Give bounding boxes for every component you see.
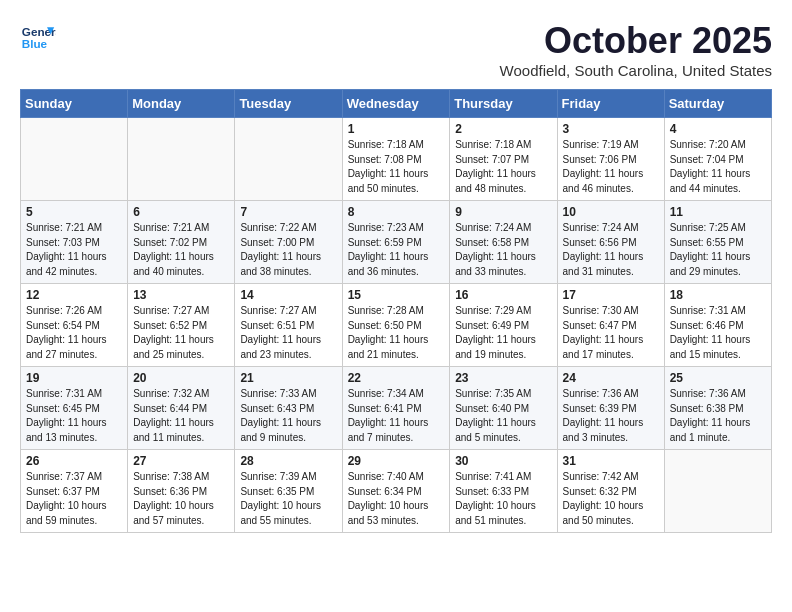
day-number: 22 <box>348 371 445 385</box>
day-info: Sunrise: 7:30 AM Sunset: 6:47 PM Dayligh… <box>563 304 659 362</box>
calendar-week-row: 26Sunrise: 7:37 AM Sunset: 6:37 PM Dayli… <box>21 450 772 533</box>
day-info: Sunrise: 7:34 AM Sunset: 6:41 PM Dayligh… <box>348 387 445 445</box>
calendar-cell: 18Sunrise: 7:31 AM Sunset: 6:46 PM Dayli… <box>664 284 771 367</box>
day-number: 29 <box>348 454 445 468</box>
calendar-cell: 4Sunrise: 7:20 AM Sunset: 7:04 PM Daylig… <box>664 118 771 201</box>
day-info: Sunrise: 7:18 AM Sunset: 7:07 PM Dayligh… <box>455 138 551 196</box>
calendar-cell: 20Sunrise: 7:32 AM Sunset: 6:44 PM Dayli… <box>128 367 235 450</box>
day-info: Sunrise: 7:25 AM Sunset: 6:55 PM Dayligh… <box>670 221 766 279</box>
calendar-week-row: 5Sunrise: 7:21 AM Sunset: 7:03 PM Daylig… <box>21 201 772 284</box>
day-info: Sunrise: 7:39 AM Sunset: 6:35 PM Dayligh… <box>240 470 336 528</box>
month-title: October 2025 <box>500 20 772 62</box>
calendar-cell: 25Sunrise: 7:36 AM Sunset: 6:38 PM Dayli… <box>664 367 771 450</box>
calendar-cell <box>235 118 342 201</box>
day-info: Sunrise: 7:24 AM Sunset: 6:58 PM Dayligh… <box>455 221 551 279</box>
calendar-week-row: 12Sunrise: 7:26 AM Sunset: 6:54 PM Dayli… <box>21 284 772 367</box>
day-info: Sunrise: 7:40 AM Sunset: 6:34 PM Dayligh… <box>348 470 445 528</box>
day-info: Sunrise: 7:33 AM Sunset: 6:43 PM Dayligh… <box>240 387 336 445</box>
day-number: 5 <box>26 205 122 219</box>
logo-icon: General Blue <box>20 20 56 56</box>
day-number: 12 <box>26 288 122 302</box>
page-header: General Blue October 2025 Woodfield, Sou… <box>20 20 772 79</box>
day-number: 27 <box>133 454 229 468</box>
calendar-cell: 31Sunrise: 7:42 AM Sunset: 6:32 PM Dayli… <box>557 450 664 533</box>
day-info: Sunrise: 7:41 AM Sunset: 6:33 PM Dayligh… <box>455 470 551 528</box>
calendar-cell: 17Sunrise: 7:30 AM Sunset: 6:47 PM Dayli… <box>557 284 664 367</box>
calendar-cell: 3Sunrise: 7:19 AM Sunset: 7:06 PM Daylig… <box>557 118 664 201</box>
day-info: Sunrise: 7:20 AM Sunset: 7:04 PM Dayligh… <box>670 138 766 196</box>
day-number: 17 <box>563 288 659 302</box>
day-info: Sunrise: 7:36 AM Sunset: 6:39 PM Dayligh… <box>563 387 659 445</box>
day-number: 1 <box>348 122 445 136</box>
weekday-header-sunday: Sunday <box>21 90 128 118</box>
day-info: Sunrise: 7:29 AM Sunset: 6:49 PM Dayligh… <box>455 304 551 362</box>
calendar-cell: 1Sunrise: 7:18 AM Sunset: 7:08 PM Daylig… <box>342 118 450 201</box>
calendar-cell: 8Sunrise: 7:23 AM Sunset: 6:59 PM Daylig… <box>342 201 450 284</box>
calendar-cell: 5Sunrise: 7:21 AM Sunset: 7:03 PM Daylig… <box>21 201 128 284</box>
day-info: Sunrise: 7:27 AM Sunset: 6:51 PM Dayligh… <box>240 304 336 362</box>
day-number: 21 <box>240 371 336 385</box>
calendar-cell <box>664 450 771 533</box>
weekday-header-tuesday: Tuesday <box>235 90 342 118</box>
calendar-cell: 15Sunrise: 7:28 AM Sunset: 6:50 PM Dayli… <box>342 284 450 367</box>
calendar-cell: 16Sunrise: 7:29 AM Sunset: 6:49 PM Dayli… <box>450 284 557 367</box>
logo: General Blue <box>20 20 56 56</box>
day-number: 30 <box>455 454 551 468</box>
day-number: 25 <box>670 371 766 385</box>
calendar-week-row: 19Sunrise: 7:31 AM Sunset: 6:45 PM Dayli… <box>21 367 772 450</box>
day-number: 24 <box>563 371 659 385</box>
calendar-week-row: 1Sunrise: 7:18 AM Sunset: 7:08 PM Daylig… <box>21 118 772 201</box>
day-info: Sunrise: 7:24 AM Sunset: 6:56 PM Dayligh… <box>563 221 659 279</box>
day-info: Sunrise: 7:42 AM Sunset: 6:32 PM Dayligh… <box>563 470 659 528</box>
day-number: 9 <box>455 205 551 219</box>
day-info: Sunrise: 7:37 AM Sunset: 6:37 PM Dayligh… <box>26 470 122 528</box>
calendar-cell: 27Sunrise: 7:38 AM Sunset: 6:36 PM Dayli… <box>128 450 235 533</box>
title-block: October 2025 Woodfield, South Carolina, … <box>500 20 772 79</box>
weekday-header-monday: Monday <box>128 90 235 118</box>
calendar-cell: 26Sunrise: 7:37 AM Sunset: 6:37 PM Dayli… <box>21 450 128 533</box>
day-info: Sunrise: 7:31 AM Sunset: 6:45 PM Dayligh… <box>26 387 122 445</box>
calendar-cell: 9Sunrise: 7:24 AM Sunset: 6:58 PM Daylig… <box>450 201 557 284</box>
day-info: Sunrise: 7:23 AM Sunset: 6:59 PM Dayligh… <box>348 221 445 279</box>
calendar-cell: 14Sunrise: 7:27 AM Sunset: 6:51 PM Dayli… <box>235 284 342 367</box>
calendar-cell: 22Sunrise: 7:34 AM Sunset: 6:41 PM Dayli… <box>342 367 450 450</box>
day-info: Sunrise: 7:21 AM Sunset: 7:03 PM Dayligh… <box>26 221 122 279</box>
day-info: Sunrise: 7:21 AM Sunset: 7:02 PM Dayligh… <box>133 221 229 279</box>
calendar-table: SundayMondayTuesdayWednesdayThursdayFrid… <box>20 89 772 533</box>
calendar-cell: 7Sunrise: 7:22 AM Sunset: 7:00 PM Daylig… <box>235 201 342 284</box>
calendar-cell: 11Sunrise: 7:25 AM Sunset: 6:55 PM Dayli… <box>664 201 771 284</box>
day-info: Sunrise: 7:18 AM Sunset: 7:08 PM Dayligh… <box>348 138 445 196</box>
calendar-cell: 10Sunrise: 7:24 AM Sunset: 6:56 PM Dayli… <box>557 201 664 284</box>
day-info: Sunrise: 7:36 AM Sunset: 6:38 PM Dayligh… <box>670 387 766 445</box>
day-info: Sunrise: 7:22 AM Sunset: 7:00 PM Dayligh… <box>240 221 336 279</box>
day-info: Sunrise: 7:19 AM Sunset: 7:06 PM Dayligh… <box>563 138 659 196</box>
calendar-cell <box>128 118 235 201</box>
weekday-header-saturday: Saturday <box>664 90 771 118</box>
day-number: 6 <box>133 205 229 219</box>
day-number: 13 <box>133 288 229 302</box>
calendar-cell: 30Sunrise: 7:41 AM Sunset: 6:33 PM Dayli… <box>450 450 557 533</box>
day-number: 19 <box>26 371 122 385</box>
day-info: Sunrise: 7:28 AM Sunset: 6:50 PM Dayligh… <box>348 304 445 362</box>
calendar-cell: 19Sunrise: 7:31 AM Sunset: 6:45 PM Dayli… <box>21 367 128 450</box>
day-number: 26 <box>26 454 122 468</box>
day-number: 4 <box>670 122 766 136</box>
day-number: 15 <box>348 288 445 302</box>
calendar-cell <box>21 118 128 201</box>
day-number: 31 <box>563 454 659 468</box>
weekday-header-thursday: Thursday <box>450 90 557 118</box>
day-number: 10 <box>563 205 659 219</box>
location-title: Woodfield, South Carolina, United States <box>500 62 772 79</box>
calendar-cell: 6Sunrise: 7:21 AM Sunset: 7:02 PM Daylig… <box>128 201 235 284</box>
day-number: 3 <box>563 122 659 136</box>
calendar-cell: 28Sunrise: 7:39 AM Sunset: 6:35 PM Dayli… <box>235 450 342 533</box>
calendar-cell: 13Sunrise: 7:27 AM Sunset: 6:52 PM Dayli… <box>128 284 235 367</box>
calendar-cell: 2Sunrise: 7:18 AM Sunset: 7:07 PM Daylig… <box>450 118 557 201</box>
day-number: 2 <box>455 122 551 136</box>
day-info: Sunrise: 7:26 AM Sunset: 6:54 PM Dayligh… <box>26 304 122 362</box>
day-number: 28 <box>240 454 336 468</box>
calendar-cell: 12Sunrise: 7:26 AM Sunset: 6:54 PM Dayli… <box>21 284 128 367</box>
day-number: 16 <box>455 288 551 302</box>
day-info: Sunrise: 7:38 AM Sunset: 6:36 PM Dayligh… <box>133 470 229 528</box>
day-number: 8 <box>348 205 445 219</box>
